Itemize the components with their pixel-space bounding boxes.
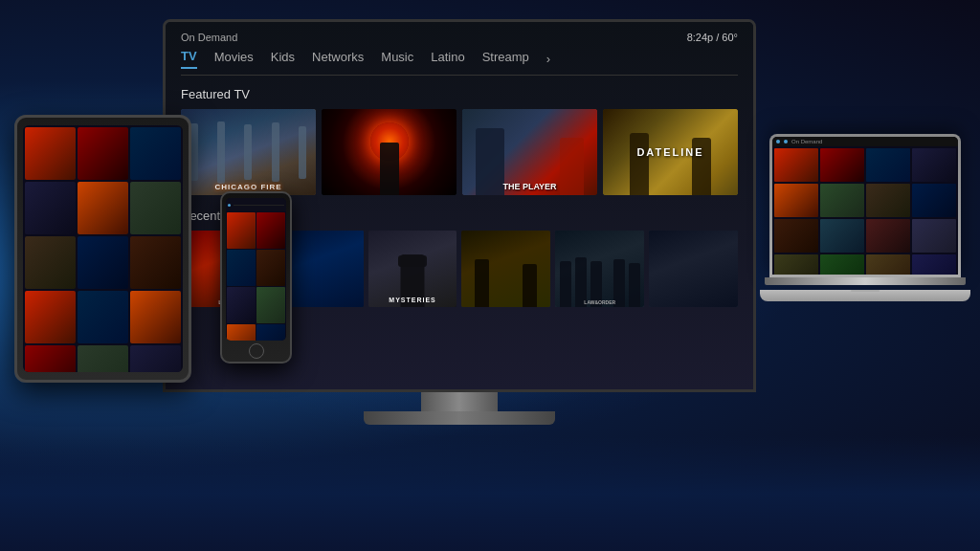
laptop-display: On Demand — [772, 137, 958, 275]
laptop-device: On Demand — [760, 134, 970, 364]
recent-card-4[interactable] — [461, 231, 550, 307]
tablet-cell-2[interactable] — [78, 127, 128, 180]
phone-status-dot — [228, 204, 231, 207]
phone-cell-7[interactable] — [227, 324, 256, 341]
featured-card-dateline[interactable]: DATELINE — [603, 109, 738, 195]
phone-cell-1[interactable] — [227, 212, 256, 249]
time-weather: 8:24p / 60° — [687, 32, 738, 43]
featured-card-chicago-fire[interactable]: CHICAGO FIRE — [181, 109, 316, 195]
tablet-cell-11[interactable] — [78, 291, 128, 343]
recent-card-laworder[interactable]: LAW&ORDER — [555, 231, 644, 307]
laptop-cell-14[interactable] — [820, 254, 864, 275]
tab-streamp[interactable]: Streamp — [482, 50, 529, 68]
tablet-cell-12[interactable] — [130, 291, 181, 343]
tablet-cell-5[interactable] — [78, 182, 128, 234]
tv-stand-neck — [421, 392, 498, 411]
laptop-cell-2[interactable] — [820, 148, 864, 182]
recent-card-6[interactable] — [649, 231, 738, 307]
on-demand-label: On Demand — [181, 32, 237, 43]
temperature-display: 60° — [722, 32, 738, 43]
phone-grid — [226, 211, 286, 341]
phone-signal-bar — [234, 205, 284, 206]
tab-tv[interactable]: TV — [181, 49, 197, 69]
laptop-cell-13[interactable] — [774, 254, 818, 275]
laptop-cell-10[interactable] — [820, 219, 864, 253]
laptop-hinge — [765, 277, 966, 285]
featured-row: CHICAGO FIRE THE PLAYER — [181, 109, 738, 195]
the-player-label: THE PLAYER — [502, 182, 556, 191]
tab-kids[interactable]: Kids — [271, 50, 295, 68]
phone-status-bar — [226, 198, 286, 211]
laptop-cell-4[interactable] — [912, 148, 956, 182]
tablet-cell-14[interactable] — [78, 345, 128, 372]
laptop-cell-5[interactable] — [774, 184, 818, 217]
laptop-nav-dot-1 — [776, 140, 780, 143]
tablet-screen — [23, 125, 183, 372]
tablet-body — [14, 115, 191, 383]
tab-networks[interactable]: Networks — [312, 50, 364, 68]
tablet-cell-6[interactable] — [130, 182, 181, 234]
tablet-cell-4[interactable] — [25, 182, 76, 234]
tablet-cell-8[interactable] — [78, 236, 128, 289]
tablet-cell-13[interactable] — [25, 345, 76, 372]
phone-cell-8[interactable] — [256, 324, 285, 341]
laptop-trackpad — [851, 290, 880, 292]
phone-cell-6[interactable] — [256, 287, 285, 323]
phone-cell-2[interactable] — [256, 212, 285, 249]
tablet-cell-3[interactable] — [130, 127, 181, 180]
laptop-nav-label: On Demand — [791, 139, 822, 144]
laptop-nav-bar: On Demand — [772, 137, 958, 146]
phone-device — [220, 191, 292, 364]
phone-body — [220, 191, 292, 364]
recent-card-mysteries[interactable]: MYSTERIES — [368, 231, 457, 307]
laptop-screen-part: On Demand — [769, 134, 961, 277]
mysteries-label: MYSTERIES — [389, 297, 435, 303]
laptop-cell-1[interactable] — [774, 148, 818, 182]
tablet-cell-1[interactable] — [25, 127, 76, 180]
laptop-cell-15[interactable] — [866, 254, 910, 275]
tablet-cell-9[interactable] — [130, 236, 181, 289]
chicago-fire-label: CHICAGO FIRE — [214, 183, 281, 191]
laptop-cell-3[interactable] — [866, 148, 910, 182]
laptop-cell-11[interactable] — [866, 219, 910, 253]
dateline-label: DATELINE — [636, 146, 703, 158]
phone-cell-5[interactable] — [227, 287, 256, 323]
laptop-cell-8[interactable] — [912, 184, 956, 217]
laptop-cell-6[interactable] — [820, 184, 864, 217]
laptop-cell-12[interactable] — [912, 219, 956, 253]
laptop-grid — [772, 146, 958, 275]
top-bar: On Demand 8:24p / 60° — [181, 32, 738, 43]
laptop-cell-9[interactable] — [774, 219, 818, 253]
tablet-grid — [23, 125, 183, 372]
featured-section-title: Featured TV — [181, 87, 738, 101]
tablet-cell-10[interactable] — [25, 291, 76, 343]
tablet-cell-15[interactable] — [130, 345, 181, 372]
tab-movies[interactable]: Movies — [214, 50, 254, 68]
featured-card-scifi[interactable] — [322, 109, 457, 195]
nav-tabs: TV Movies Kids Networks Music Latino Str… — [181, 49, 738, 76]
laptop-cell-16[interactable] — [912, 254, 956, 275]
featured-card-the-player[interactable]: THE PLAYER — [462, 109, 597, 195]
phone-home-button[interactable] — [249, 343, 264, 359]
tab-music[interactable]: Music — [381, 50, 413, 68]
floor-reflection — [0, 436, 980, 551]
tablet-device — [14, 115, 191, 383]
laworder-label: LAW&ORDER — [584, 299, 615, 305]
phone-screen — [226, 198, 286, 341]
phone-cell-3[interactable] — [227, 250, 256, 286]
laptop-nav-dot-2 — [784, 140, 788, 143]
laptop-cell-7[interactable] — [866, 184, 910, 217]
phone-cell-4[interactable] — [256, 250, 285, 286]
nav-more-icon[interactable]: › — [546, 52, 550, 66]
tv-stand-base — [364, 411, 555, 425]
tablet-cell-7[interactable] — [25, 236, 76, 289]
tab-latino[interactable]: Latino — [431, 50, 464, 68]
time-display: 8:24p — [687, 32, 714, 43]
laptop-base — [760, 290, 970, 301]
